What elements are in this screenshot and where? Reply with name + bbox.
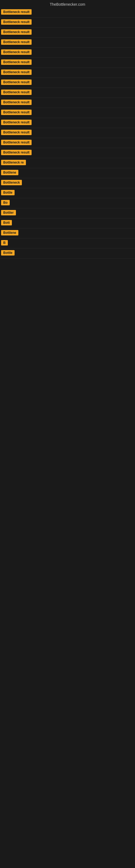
bottleneck-badge[interactable]: Bott [1,220,12,225]
result-row: Bottle [0,188,135,198]
bottleneck-badge[interactable]: Bottleneck result [1,9,32,14]
bottleneck-badge[interactable]: Bottleneck result [1,140,32,145]
result-row: Bottleneck result [0,48,135,58]
bottleneck-badge[interactable]: Bottle [1,250,14,255]
result-row: Bottleneck result [0,78,135,88]
bottleneck-badge[interactable]: Bottlene [1,170,18,175]
bottleneck-badge[interactable]: Bottleneck result [1,80,32,85]
bottleneck-badge[interactable]: Bottleneck re [1,160,26,165]
bottleneck-badge[interactable]: Bottleneck result [1,29,32,35]
result-row: Bottlene [0,228,135,239]
result-row: Bottleneck result [0,108,135,118]
result-row: Bottle [0,248,135,258]
result-row: Bottleneck re [0,158,135,168]
result-row: Bottleneck result [0,98,135,108]
bottleneck-badge[interactable]: Bottleneck result [1,59,32,65]
bottleneck-badge[interactable]: Bottlene [1,230,18,236]
result-row: Bottleneck result [0,68,135,78]
result-row: Bottleneck result [0,138,135,148]
bottleneck-badge[interactable]: B [1,240,8,246]
bottleneck-badge[interactable]: Bottleneck result [1,90,32,95]
result-row: Bottleneck result [0,128,135,138]
result-row: Bottleneck result [0,58,135,68]
result-row: Bottleneck [0,178,135,188]
bottleneck-badge[interactable]: Bottleneck result [1,150,32,155]
result-row: Bottleneck result [0,18,135,28]
bottleneck-badge[interactable]: Bo [1,200,10,205]
bottleneck-badge[interactable]: Bottle [1,190,14,195]
result-row: Bo [0,198,135,208]
result-row: Bottleneck result [0,118,135,128]
result-row: Bott [0,218,135,228]
bottleneck-badge[interactable]: Bottleneck result [1,99,32,105]
bottleneck-badge[interactable]: Bottler [1,210,16,215]
bottleneck-badge[interactable]: Bottleneck result [1,130,32,135]
bottleneck-badge[interactable]: Bottleneck [1,180,22,185]
bottleneck-badge[interactable]: Bottleneck result [1,39,32,45]
result-row: B [0,239,135,248]
result-row: Bottleneck result [0,8,135,18]
result-row: Bottleneck result [0,38,135,48]
result-row: Bottleneck result [0,28,135,38]
result-row: Bottleneck result [0,88,135,98]
result-row: Bottlene [0,168,135,178]
bottleneck-badge[interactable]: Bottleneck result [1,69,32,75]
bottleneck-badge[interactable]: Bottleneck result [1,50,32,55]
bottleneck-badge[interactable]: Bottleneck result [1,110,32,115]
result-row: Bottler [0,208,135,218]
bottleneck-badge[interactable]: Bottleneck result [1,19,32,25]
site-title: TheBottlenecker.com [0,0,135,8]
result-row: Bottleneck result [0,148,135,158]
bottleneck-badge[interactable]: Bottleneck result [1,120,32,125]
